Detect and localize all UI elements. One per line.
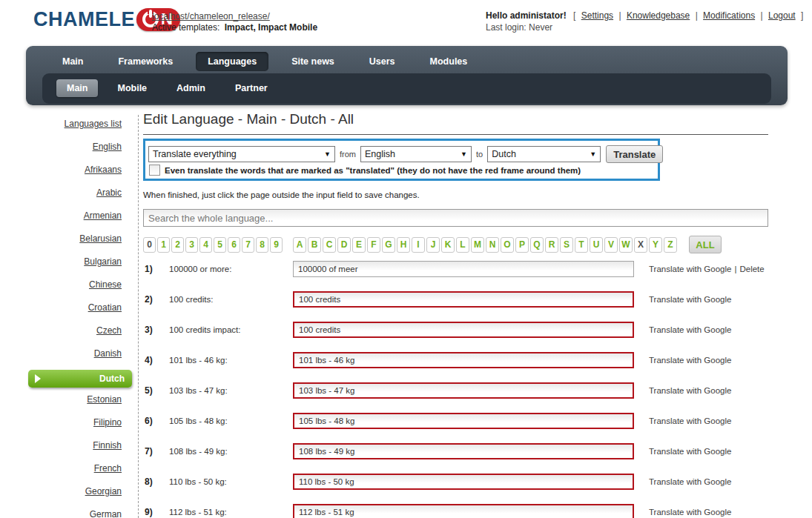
filter-letter-j[interactable]: J	[426, 237, 440, 253]
translate-button[interactable]: Translate	[606, 145, 663, 163]
filter-letter-w[interactable]: W	[619, 237, 633, 253]
translate-with-google-link[interactable]: Translate with Google	[649, 508, 731, 517]
nav-tab-modules[interactable]: Modules	[418, 52, 480, 71]
sidebar-item-english[interactable]: English	[0, 138, 132, 161]
subnav-tabs: MainMobileAdminPartner	[56, 79, 287, 97]
translate-with-google-link[interactable]: Translate with Google	[649, 265, 731, 273]
sidebar-item-german[interactable]: German	[0, 505, 132, 518]
filter-digit-9[interactable]: 9	[270, 237, 283, 253]
filter-digit-5[interactable]: 5	[214, 237, 226, 253]
filter-letter-d[interactable]: D	[337, 237, 351, 253]
filter-letter-z[interactable]: Z	[664, 237, 677, 253]
sidebar-item-danish[interactable]: Danish	[0, 345, 132, 368]
translate-with-google-link[interactable]: Translate with Google	[649, 447, 731, 456]
filter-letter-a[interactable]: A	[293, 237, 306, 253]
filter-letter-v[interactable]: V	[604, 237, 618, 253]
sidebar-item-finnish[interactable]: Finnish	[0, 436, 132, 459]
sidebar-item-filipino[interactable]: Filipino	[0, 414, 132, 436]
translation-input[interactable]	[293, 322, 634, 338]
sidebar-item-armenian[interactable]: Armenian	[0, 207, 132, 230]
translate-with-google-link[interactable]: Translate with Google	[649, 386, 731, 395]
translate-mode-select[interactable]: Translate everything ▼	[148, 146, 335, 162]
filter-letter-q[interactable]: Q	[530, 237, 544, 253]
sidebar-item-croatian[interactable]: Croatian	[0, 299, 132, 322]
filter-digit-4[interactable]: 4	[199, 237, 212, 253]
greeting: Hello administator!	[486, 10, 567, 21]
filter-letter-x[interactable]: X	[634, 237, 647, 253]
subnav-tab-partner[interactable]: Partner	[225, 79, 278, 97]
translate-with-google-link[interactable]: Translate with Google	[649, 416, 731, 425]
search-input[interactable]	[143, 209, 768, 227]
delete-link[interactable]: Delete	[739, 265, 764, 273]
sidebar-item-georgian[interactable]: Georgian	[0, 482, 132, 505]
translation-input[interactable]	[293, 261, 634, 277]
sidebar-item-belarusian[interactable]: Belarusian	[0, 230, 132, 253]
translation-input[interactable]	[293, 352, 634, 368]
translate-with-google-link[interactable]: Translate with Google	[649, 295, 731, 304]
translation-input[interactable]	[293, 291, 634, 308]
from-language-select[interactable]: English ▼	[360, 146, 472, 162]
filter-letter-s[interactable]: S	[560, 237, 573, 253]
filter-letter-y[interactable]: Y	[649, 237, 662, 253]
translation-input[interactable]	[293, 474, 634, 490]
nav-tab-frameworks[interactable]: Frameworks	[106, 52, 185, 71]
logout-link[interactable]: Logout	[768, 10, 796, 21]
filter-letter-h[interactable]: H	[397, 237, 410, 253]
filter-letter-u[interactable]: U	[590, 237, 603, 253]
filter-all-button[interactable]: ALL	[689, 236, 722, 253]
site-url-link[interactable]: localhost/chameleon_release/	[152, 11, 270, 21]
sidebar-item-arabic[interactable]: Arabic	[0, 184, 132, 207]
sidebar-item-languages-list[interactable]: Languages list	[0, 115, 132, 138]
filter-digit-7[interactable]: 7	[242, 237, 254, 253]
filter-letter-l[interactable]: L	[456, 237, 469, 253]
nav-tab-users[interactable]: Users	[357, 52, 407, 71]
modifications-link[interactable]: Modifications	[703, 10, 755, 21]
subnav-tab-mobile[interactable]: Mobile	[107, 79, 157, 97]
filter-letter-r[interactable]: R	[545, 237, 558, 253]
sidebar-item-czech[interactable]: Czech	[0, 322, 132, 345]
to-language-select[interactable]: Dutch ▼	[487, 146, 601, 162]
sidebar-item-afrikaans[interactable]: Afrikaans	[0, 161, 132, 184]
filter-letter-o[interactable]: O	[501, 237, 514, 253]
filter-digit-3[interactable]: 3	[185, 237, 198, 253]
filter-letter-m[interactable]: M	[471, 237, 484, 253]
translate-with-google-link[interactable]: Translate with Google	[649, 325, 731, 334]
filter-letter-p[interactable]: P	[515, 237, 529, 253]
sidebar-item-french[interactable]: French	[0, 459, 132, 482]
nav-tab-site-news[interactable]: Site news	[280, 52, 346, 71]
sidebar-item-bulgarian[interactable]: Bulgarian	[0, 253, 132, 276]
filter-letter-f[interactable]: F	[367, 237, 380, 253]
knowledgebase-link[interactable]: Knowledgebase	[627, 10, 690, 21]
filter-digit-2[interactable]: 2	[171, 237, 184, 253]
nav-tab-main[interactable]: Main	[50, 52, 95, 71]
filter-letter-b[interactable]: B	[308, 237, 321, 253]
sidebar-item-dutch[interactable]: Dutch	[28, 370, 132, 388]
filter-letter-c[interactable]: C	[323, 237, 336, 253]
filter-letter-i[interactable]: I	[412, 237, 425, 253]
filter-letter-g[interactable]: G	[382, 237, 395, 253]
subnav-tab-main[interactable]: Main	[56, 79, 98, 97]
filter-letter-t[interactable]: T	[575, 237, 588, 253]
nav-tab-languages[interactable]: Languages	[196, 52, 268, 71]
subnav-tab-admin[interactable]: Admin	[166, 79, 216, 97]
filter-digit-0[interactable]: 0	[143, 237, 156, 253]
translate-with-google-link[interactable]: Translate with Google	[649, 477, 731, 486]
sidebar-item-chinese[interactable]: Chinese	[0, 276, 132, 299]
filter-letter-n[interactable]: N	[486, 237, 499, 253]
even-translate-checkbox[interactable]	[149, 165, 160, 176]
sidebar-item-estonian[interactable]: Estonian	[0, 391, 132, 414]
translation-input[interactable]	[293, 413, 634, 429]
filter-letter-k[interactable]: K	[441, 237, 455, 253]
row-source-label: 100 credits:	[169, 295, 213, 304]
filter-digit-1[interactable]: 1	[157, 237, 170, 253]
last-login: Last login: Never	[486, 22, 552, 33]
translation-input[interactable]	[293, 443, 634, 459]
translation-input[interactable]	[293, 382, 634, 399]
translate-with-google-link[interactable]: Translate with Google	[649, 356, 731, 365]
filter-digit-6[interactable]: 6	[228, 237, 240, 253]
table-row: 1) 100000 or more: Translate with Google…	[143, 261, 768, 291]
settings-link[interactable]: Settings	[581, 10, 613, 21]
translation-input[interactable]	[293, 504, 634, 518]
filter-digit-8[interactable]: 8	[256, 237, 268, 253]
filter-letter-e[interactable]: E	[352, 237, 366, 253]
